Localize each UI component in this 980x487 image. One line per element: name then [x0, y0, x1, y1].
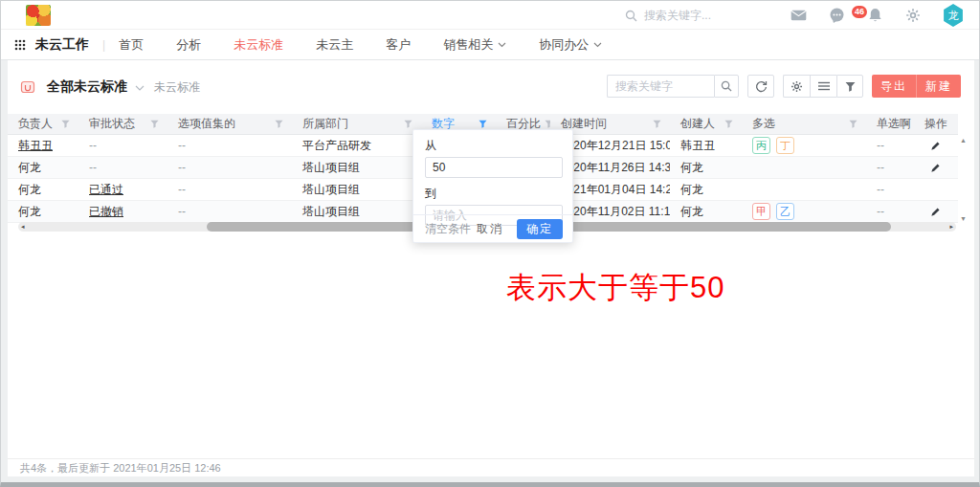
from-input[interactable] — [425, 157, 563, 178]
view-toolbar: 全部未云标准 未云标准 — [8, 70, 974, 104]
edit-pencil-icon[interactable] — [930, 163, 941, 173]
col-department: 所属部门 — [302, 116, 348, 132]
workspace-title[interactable]: 未云工作 — [35, 36, 89, 54]
to-label: 到 — [425, 186, 561, 202]
filter-funnel-icon[interactable] — [404, 120, 412, 128]
col-option-set: 选项值集的 — [178, 116, 235, 132]
nav-item-weiyun-standard[interactable]: 未云标准 — [234, 36, 283, 54]
nav-item-analysis[interactable]: 分析 — [176, 36, 201, 54]
approval-status-link[interactable]: 已通过 — [89, 182, 123, 198]
clear-conditions-button[interactable]: 清空条件 — [425, 221, 471, 237]
filter-funnel-icon[interactable] — [653, 120, 661, 128]
settings-gear-icon[interactable] — [904, 7, 922, 24]
view-title[interactable]: 全部未云标准 — [47, 78, 127, 96]
scroll-left-arrow-icon[interactable]: ◂ — [21, 223, 25, 231]
nav-item-collaboration[interactable]: 协同办公 — [539, 36, 602, 54]
owner-link[interactable]: 韩丑丑 — [18, 138, 53, 154]
top-bar: 搜索关键字... 46 龙 — [1, 1, 979, 30]
tag-yi: 乙 — [776, 203, 794, 220]
main-nav: 未云工作 | 首页 分析 未云标准 未云主 客户 销售相关 协同办公 — [1, 30, 979, 60]
col-owner: 负责人 — [18, 116, 53, 132]
mail-icon[interactable] — [790, 7, 807, 24]
notification-badge: 46 — [852, 6, 867, 18]
col-actions: 操作 — [924, 116, 947, 132]
app-window: 搜索关键字... 46 龙 未云工作 | 首页 分析 未云标准 — [0, 0, 980, 487]
cancel-button[interactable]: 取消 — [477, 221, 503, 237]
search-icon — [625, 10, 637, 22]
owner-link[interactable]: 何龙 — [18, 160, 41, 176]
list-view-icon[interactable] — [810, 75, 836, 98]
view-chevron-down-icon[interactable] — [135, 85, 145, 91]
owner-link[interactable]: 何龙 — [18, 204, 41, 220]
col-multiselect: 多选 — [752, 116, 775, 132]
nav-divider: | — [102, 38, 105, 52]
col-single-select: 单选啊 — [877, 116, 911, 132]
nav-item-weiyun-main[interactable]: 未云主 — [316, 36, 353, 54]
nav-item-customer[interactable]: 客户 — [386, 36, 411, 54]
notifications-bell-icon[interactable]: 46 — [866, 7, 883, 24]
tag-jia: 甲 — [752, 203, 770, 220]
from-label: 从 — [425, 138, 561, 154]
scroll-down-arrow-icon[interactable]: ▼ — [960, 215, 967, 222]
confirm-button[interactable]: 确定 — [517, 219, 563, 239]
edit-pencil-icon[interactable] — [930, 141, 941, 151]
filter-funnel-icon[interactable] — [150, 120, 159, 128]
owner-link[interactable]: 何龙 — [18, 182, 41, 198]
create-button[interactable]: 新建 — [917, 75, 961, 98]
tag-bing: 丙 — [752, 137, 770, 154]
filter-funnel-icon[interactable] — [61, 120, 70, 128]
global-search[interactable]: 搜索关键字... — [625, 8, 711, 24]
edit-pencil-icon[interactable] — [930, 207, 941, 217]
list-search-input[interactable] — [607, 75, 714, 98]
col-creator: 创建人 — [680, 116, 715, 132]
approval-status-link[interactable]: 已撤销 — [89, 204, 123, 220]
scroll-up-arrow-icon[interactable]: ▲ — [960, 137, 967, 144]
vertical-scrollbar[interactable]: ▲ ▼ — [958, 137, 969, 232]
list-search-button[interactable] — [714, 75, 739, 98]
filter-funnel-icon-active[interactable] — [479, 120, 487, 128]
filter-funnel-icon[interactable] — [836, 75, 863, 98]
view-subtitle: 未云标准 — [154, 79, 200, 96]
view-type-icon — [20, 79, 35, 95]
annotation-text: 表示大于等于50 — [506, 268, 724, 308]
chat-icon[interactable] — [828, 7, 845, 24]
col-approval: 审批状态 — [89, 116, 135, 132]
tag-ding: 丁 — [776, 137, 794, 154]
apps-grid-icon[interactable] — [14, 39, 26, 51]
app-logo[interactable] — [26, 5, 51, 26]
chevron-down-icon — [498, 42, 506, 48]
user-avatar[interactable]: 龙 — [943, 4, 964, 27]
nav-item-sales[interactable]: 销售相关 — [443, 36, 506, 54]
filter-funnel-icon[interactable] — [724, 120, 733, 128]
filter-funnel-icon[interactable] — [849, 120, 858, 128]
number-filter-popup: 从 到 清空条件 取消 确定 — [412, 129, 573, 243]
column-settings-gear-icon[interactable] — [783, 75, 810, 98]
export-button[interactable]: 导出 — [872, 75, 917, 98]
chevron-down-icon — [593, 42, 602, 48]
filter-funnel-icon[interactable] — [275, 120, 283, 128]
record-count-status: 共4条，最后更新于 2021年01月25日 12:46 — [20, 461, 221, 476]
nav-item-home[interactable]: 首页 — [119, 36, 144, 54]
refresh-button[interactable] — [747, 75, 774, 98]
status-bar: 共4条，最后更新于 2021年01月25日 12:46 — [8, 458, 974, 476]
scroll-right-arrow-icon[interactable]: ▸ — [949, 223, 953, 231]
global-search-placeholder: 搜索关键字... — [644, 8, 711, 24]
list-search — [607, 75, 739, 98]
